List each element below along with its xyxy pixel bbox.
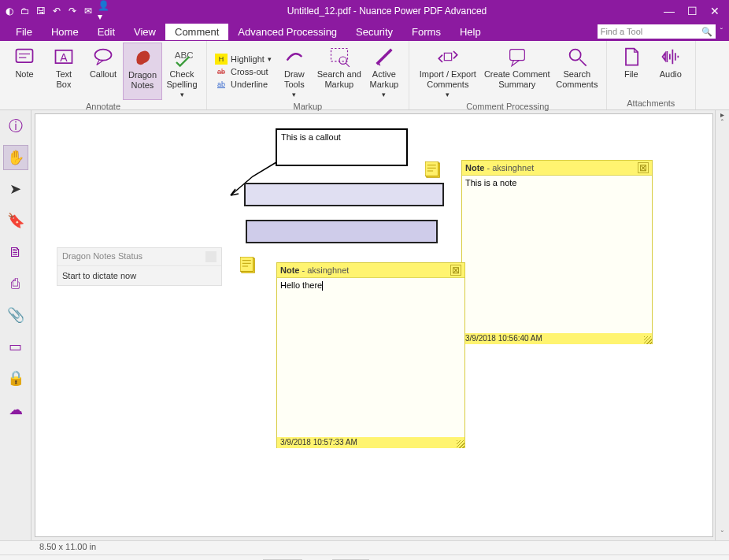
attach-icon[interactable]: 📎 bbox=[3, 302, 28, 328]
import-export-button[interactable]: Import / Export Comments▾ bbox=[414, 43, 482, 100]
ribbon-group-markup: HHighlight ▾ abCross-out abUnderline Dra… bbox=[207, 41, 409, 109]
sticky-note-2[interactable]: Note - aksinghnet ⊠ Hello there 3/9/2018… bbox=[276, 262, 465, 448]
note-author: - aksinghnet bbox=[487, 163, 534, 172]
search-markup-button[interactable]: Search and Markup bbox=[314, 43, 364, 100]
group-label-attach: Attachments bbox=[612, 97, 690, 109]
bookmark-icon[interactable]: 🔖 bbox=[3, 208, 28, 233]
scroll-top-icon[interactable]: ▸ bbox=[716, 110, 729, 119]
search-comments-button[interactable]: Search Comments bbox=[553, 43, 601, 100]
page-panel-icon[interactable]: 🗎 bbox=[3, 239, 28, 265]
text-box-button[interactable]: A Text Box bbox=[44, 43, 83, 100]
tab-file[interactable]: File bbox=[6, 24, 42, 40]
select-tool-icon[interactable]: ➤ bbox=[3, 176, 28, 202]
svg-line-9 bbox=[346, 63, 350, 67]
svg-text:A: A bbox=[60, 51, 68, 64]
cloud-icon[interactable]: ☁ bbox=[3, 397, 28, 422]
tab-security[interactable]: Security bbox=[346, 24, 402, 40]
save-icon[interactable]: 🖫 bbox=[35, 5, 47, 17]
create-summary-button[interactable]: Create Comment Summary bbox=[482, 43, 553, 100]
sticky-note-1-body[interactable]: This is a note bbox=[462, 176, 652, 333]
close-note-icon[interactable]: ⊠ bbox=[450, 265, 461, 276]
note-icon bbox=[13, 46, 35, 68]
lock-icon[interactable]: 🔒 bbox=[3, 365, 28, 391]
resize-grip-icon[interactable] bbox=[457, 440, 464, 448]
tab-advanced[interactable]: Advanced Processing bbox=[228, 24, 346, 40]
callout-button[interactable]: Callout bbox=[83, 43, 123, 100]
tab-home[interactable]: Home bbox=[42, 24, 88, 40]
svg-line-13 bbox=[579, 60, 586, 66]
file-attach-button[interactable]: File bbox=[612, 43, 651, 97]
note-author: - aksinghnet bbox=[302, 265, 349, 275]
tab-comment[interactable]: Comment bbox=[165, 24, 228, 40]
dragon-notes-button[interactable]: Dragon Notes bbox=[123, 43, 162, 100]
minimize-button[interactable]: — bbox=[664, 5, 675, 17]
tab-view[interactable]: View bbox=[124, 24, 165, 40]
check-spelling-button[interactable]: ABC Check Spelling▾ bbox=[162, 43, 202, 100]
sticky-note-2-footer: 3/9/2018 10:57:33 AM bbox=[277, 437, 464, 448]
note-timestamp: 3/9/2018 10:56:40 AM bbox=[465, 334, 542, 343]
quick-access: ◐ 🗀 🖫 ↶ ↷ ✉ 👤▾ bbox=[3, 5, 110, 17]
redo-icon[interactable]: ↷ bbox=[66, 5, 79, 17]
sticky-note-1-header[interactable]: Note - aksinghnet ⊠ bbox=[462, 161, 652, 176]
vertical-scrollbar[interactable]: ▸ ˆ ˇ bbox=[715, 110, 729, 540]
spell-icon: ABC bbox=[171, 46, 193, 68]
sticky-note-1[interactable]: Note - aksinghnet ⊠ This is a note 3/9/2… bbox=[461, 160, 653, 344]
tab-edit[interactable]: Edit bbox=[88, 24, 124, 40]
import-export-icon bbox=[437, 46, 459, 68]
find-tool-input[interactable]: Find a Tool 🔍 bbox=[598, 24, 716, 39]
tab-forms[interactable]: Forms bbox=[402, 24, 450, 40]
sticky-note-1-footer: 3/9/2018 10:56:40 AM bbox=[462, 333, 652, 344]
callout-annotation[interactable]: This is a callout bbox=[276, 128, 408, 166]
text-cursor bbox=[322, 281, 323, 291]
highlight-icon: H bbox=[215, 54, 228, 65]
sticky-note-2-header[interactable]: Note - aksinghnet ⊠ bbox=[277, 263, 464, 278]
ribbon-expand-icon[interactable]: ˇ bbox=[720, 28, 723, 36]
close-button[interactable]: ✕ bbox=[710, 5, 720, 17]
dragon-notes-panel: Dragon Notes Status Start to dictate now bbox=[57, 247, 222, 286]
crossout-icon: ab bbox=[215, 66, 228, 77]
crossout-button[interactable]: abCross-out bbox=[215, 66, 272, 77]
user-icon[interactable]: 👤▾ bbox=[98, 5, 110, 17]
highlight-button[interactable]: HHighlight ▾ bbox=[215, 54, 272, 65]
annotation-rect-1[interactable] bbox=[244, 183, 444, 206]
scroll-down-icon[interactable]: ˇ bbox=[716, 530, 729, 539]
search-markup-icon bbox=[328, 46, 350, 68]
ribbon-group-annotate: Note A Text Box Callout Dragon Notes ABC… bbox=[0, 41, 207, 109]
window-controls: — ☐ ✕ bbox=[664, 5, 720, 17]
active-markup-icon bbox=[373, 46, 395, 68]
dragon-panel-header[interactable]: Dragon Notes Status bbox=[57, 248, 221, 266]
audio-attach-button[interactable]: Audio bbox=[651, 43, 690, 97]
stamp-icon[interactable]: ⎙ bbox=[3, 271, 28, 296]
close-note-icon[interactable]: ⊠ bbox=[638, 162, 649, 173]
page-dimensions: 8.50 x 11.00 in bbox=[39, 542, 96, 551]
mail-icon[interactable]: ✉ bbox=[82, 5, 94, 17]
underline-button[interactable]: abUnderline bbox=[215, 79, 272, 90]
ribbon-group-attachments: File Audio Attachments bbox=[607, 41, 696, 109]
tab-help[interactable]: Help bbox=[450, 24, 490, 40]
hand-tool-icon[interactable]: ✋ bbox=[3, 145, 28, 170]
sticky-note-2-body[interactable]: Hello there bbox=[277, 278, 464, 437]
scroll-up-icon[interactable]: ˆ bbox=[716, 119, 729, 128]
note-marker-1[interactable] bbox=[425, 161, 442, 180]
callout-text: This is a callout bbox=[281, 132, 341, 142]
note-label: Note bbox=[280, 265, 299, 275]
form-panel-icon[interactable]: ▭ bbox=[3, 334, 28, 359]
undo-icon[interactable]: ↶ bbox=[50, 5, 63, 17]
ribbon: Note A Text Box Callout Dragon Notes ABC… bbox=[0, 41, 729, 110]
annotation-rect-2[interactable] bbox=[246, 220, 438, 243]
svg-point-12 bbox=[569, 50, 580, 61]
maximize-button[interactable]: ☐ bbox=[687, 5, 698, 17]
close-panel-icon[interactable] bbox=[205, 251, 216, 262]
info-tool-icon[interactable]: ⓘ bbox=[3, 113, 28, 139]
active-markup-button[interactable]: Active Markup▾ bbox=[364, 43, 404, 100]
svg-rect-0 bbox=[17, 50, 33, 62]
draw-tools-button[interactable]: Draw Tools▾ bbox=[275, 43, 314, 100]
note-marker-2[interactable] bbox=[240, 257, 257, 276]
find-placeholder: Find a Tool bbox=[601, 27, 643, 36]
callout-icon bbox=[92, 46, 114, 68]
open-icon[interactable]: 🗀 bbox=[19, 5, 31, 17]
search-icon[interactable]: 🔍 bbox=[701, 27, 712, 37]
resize-grip-icon[interactable] bbox=[644, 336, 652, 344]
note-button[interactable]: Note bbox=[5, 43, 44, 100]
draw-icon bbox=[283, 46, 305, 68]
